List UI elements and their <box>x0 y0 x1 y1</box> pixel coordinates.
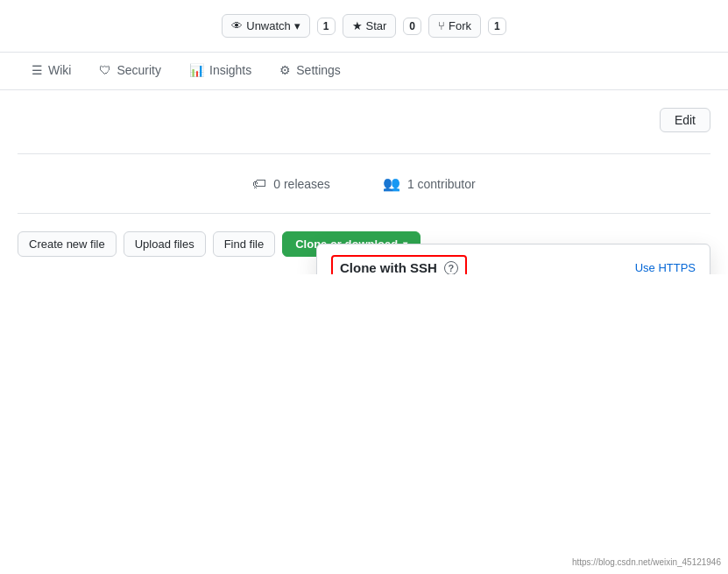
repo-nav: ☰ Wiki 🛡 Security 📊 Insights ⚙ Settings <box>0 53 728 90</box>
eye-icon: 👁 <box>231 19 243 32</box>
use-https-link[interactable]: Use HTTPS <box>635 261 696 274</box>
settings-label: Settings <box>296 63 341 77</box>
star-count: 0 <box>403 18 421 35</box>
main-content: Edit 🏷 0 releases 👥 1 contributor Create… <box>0 90 728 274</box>
security-label: Security <box>117 63 161 77</box>
insights-label: Insights <box>209 63 251 77</box>
wiki-label: Wiki <box>48 63 71 77</box>
find-file-button[interactable]: Find file <box>213 231 276 257</box>
shield-icon: 🛡 <box>99 63 111 77</box>
fork-button[interactable]: ⑂ Fork <box>428 14 481 38</box>
unwatch-button[interactable]: 👁 Unwatch ▾ <box>222 14 310 38</box>
contributors-stat: 👥 1 contributor <box>383 175 476 192</box>
fork-count: 1 <box>488 18 506 35</box>
people-icon: 👥 <box>383 175 400 192</box>
tag-icon: 🏷 <box>252 176 266 192</box>
fork-icon: ⑂ <box>438 19 445 32</box>
unwatch-dropdown-icon: ▾ <box>294 19 300 32</box>
insights-icon: 📊 <box>189 63 204 77</box>
fork-label: Fork <box>449 19 471 32</box>
stats-row: 🏷 0 releases 👥 1 contributor <box>18 153 710 214</box>
contributors-label: 1 contributor <box>407 177 476 191</box>
gear-icon: ⚙ <box>279 63 291 77</box>
tab-wiki[interactable]: ☰ Wiki <box>18 53 85 89</box>
star-label: Star <box>366 19 387 32</box>
upload-files-button[interactable]: Upload files <box>124 231 206 257</box>
edit-btn-row: Edit <box>18 108 710 132</box>
star-icon: ★ <box>352 19 363 32</box>
tab-settings[interactable]: ⚙ Settings <box>265 53 355 89</box>
clone-panel-header: Clone with SSH ? Use HTTPS <box>317 244 710 274</box>
clone-ssh-title-text: Clone with SSH <box>340 260 437 274</box>
clone-dropdown-panel: Clone with SSH ? Use HTTPS Use a passwor… <box>316 244 710 274</box>
tab-insights[interactable]: 📊 Insights <box>175 53 265 89</box>
releases-label: 0 releases <box>273 177 330 191</box>
tab-security[interactable]: 🛡 Security <box>85 53 175 89</box>
unwatch-label: Unwatch <box>246 19 291 32</box>
help-icon[interactable]: ? <box>444 261 458 275</box>
releases-stat: 🏷 0 releases <box>252 175 330 192</box>
edit-button[interactable]: Edit <box>660 108 710 132</box>
wiki-icon: ☰ <box>32 63 43 77</box>
unwatch-count: 1 <box>317 18 336 35</box>
clone-with-ssh-title: Clone with SSH ? <box>331 255 467 274</box>
star-button[interactable]: ★ Star <box>343 14 397 38</box>
create-new-file-button[interactable]: Create new file <box>18 231 117 257</box>
top-action-bar: 👁 Unwatch ▾ 1 ★ Star 0 ⑂ Fork 1 <box>0 0 728 53</box>
